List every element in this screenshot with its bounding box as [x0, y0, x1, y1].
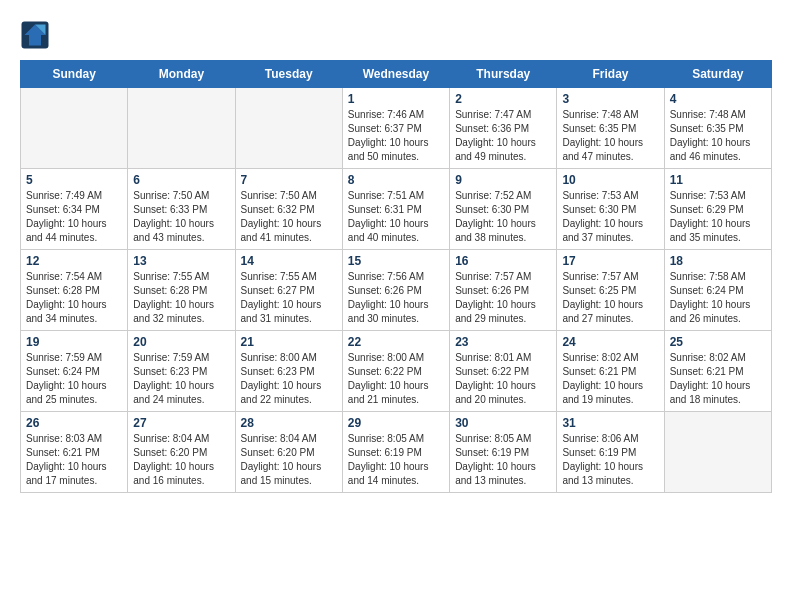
day-info: Sunrise: 8:01 AMSunset: 6:22 PMDaylight:… [455, 351, 551, 407]
day-number: 15 [348, 254, 444, 268]
day-info: Sunrise: 8:02 AMSunset: 6:21 PMDaylight:… [562, 351, 658, 407]
day-info: Sunrise: 7:59 AMSunset: 6:24 PMDaylight:… [26, 351, 122, 407]
day-number: 28 [241, 416, 337, 430]
calendar-day-cell: 25Sunrise: 8:02 AMSunset: 6:21 PMDayligh… [664, 331, 771, 412]
calendar-day-cell: 7Sunrise: 7:50 AMSunset: 6:32 PMDaylight… [235, 169, 342, 250]
calendar-day-cell [128, 88, 235, 169]
calendar-day-cell: 15Sunrise: 7:56 AMSunset: 6:26 PMDayligh… [342, 250, 449, 331]
calendar-day-cell: 5Sunrise: 7:49 AMSunset: 6:34 PMDaylight… [21, 169, 128, 250]
day-info: Sunrise: 8:05 AMSunset: 6:19 PMDaylight:… [455, 432, 551, 488]
day-info: Sunrise: 7:50 AMSunset: 6:33 PMDaylight:… [133, 189, 229, 245]
calendar-day-cell: 18Sunrise: 7:58 AMSunset: 6:24 PMDayligh… [664, 250, 771, 331]
calendar-day-cell: 21Sunrise: 8:00 AMSunset: 6:23 PMDayligh… [235, 331, 342, 412]
day-info: Sunrise: 8:00 AMSunset: 6:22 PMDaylight:… [348, 351, 444, 407]
calendar-day-cell: 22Sunrise: 8:00 AMSunset: 6:22 PMDayligh… [342, 331, 449, 412]
day-info: Sunrise: 7:46 AMSunset: 6:37 PMDaylight:… [348, 108, 444, 164]
day-number: 4 [670, 92, 766, 106]
day-number: 12 [26, 254, 122, 268]
page-header [20, 20, 772, 50]
day-info: Sunrise: 7:57 AMSunset: 6:25 PMDaylight:… [562, 270, 658, 326]
calendar-day-cell: 24Sunrise: 8:02 AMSunset: 6:21 PMDayligh… [557, 331, 664, 412]
day-info: Sunrise: 7:49 AMSunset: 6:34 PMDaylight:… [26, 189, 122, 245]
day-info: Sunrise: 8:02 AMSunset: 6:21 PMDaylight:… [670, 351, 766, 407]
calendar-day-cell: 20Sunrise: 7:59 AMSunset: 6:23 PMDayligh… [128, 331, 235, 412]
day-info: Sunrise: 7:51 AMSunset: 6:31 PMDaylight:… [348, 189, 444, 245]
calendar-day-cell: 8Sunrise: 7:51 AMSunset: 6:31 PMDaylight… [342, 169, 449, 250]
day-number: 8 [348, 173, 444, 187]
calendar-day-cell: 14Sunrise: 7:55 AMSunset: 6:27 PMDayligh… [235, 250, 342, 331]
day-number: 3 [562, 92, 658, 106]
day-number: 1 [348, 92, 444, 106]
day-of-week-header: Tuesday [235, 61, 342, 88]
calendar-day-cell: 26Sunrise: 8:03 AMSunset: 6:21 PMDayligh… [21, 412, 128, 493]
day-of-week-header: Friday [557, 61, 664, 88]
calendar-day-cell: 12Sunrise: 7:54 AMSunset: 6:28 PMDayligh… [21, 250, 128, 331]
day-info: Sunrise: 8:06 AMSunset: 6:19 PMDaylight:… [562, 432, 658, 488]
calendar-week-row: 26Sunrise: 8:03 AMSunset: 6:21 PMDayligh… [21, 412, 772, 493]
day-number: 23 [455, 335, 551, 349]
calendar-day-cell: 29Sunrise: 8:05 AMSunset: 6:19 PMDayligh… [342, 412, 449, 493]
calendar-day-cell: 6Sunrise: 7:50 AMSunset: 6:33 PMDaylight… [128, 169, 235, 250]
calendar-day-cell: 16Sunrise: 7:57 AMSunset: 6:26 PMDayligh… [450, 250, 557, 331]
day-info: Sunrise: 7:53 AMSunset: 6:30 PMDaylight:… [562, 189, 658, 245]
day-number: 30 [455, 416, 551, 430]
calendar-day-cell: 28Sunrise: 8:04 AMSunset: 6:20 PMDayligh… [235, 412, 342, 493]
day-number: 5 [26, 173, 122, 187]
calendar-day-cell: 10Sunrise: 7:53 AMSunset: 6:30 PMDayligh… [557, 169, 664, 250]
day-info: Sunrise: 7:59 AMSunset: 6:23 PMDaylight:… [133, 351, 229, 407]
day-number: 2 [455, 92, 551, 106]
day-info: Sunrise: 7:55 AMSunset: 6:28 PMDaylight:… [133, 270, 229, 326]
day-number: 29 [348, 416, 444, 430]
day-number: 22 [348, 335, 444, 349]
day-info: Sunrise: 7:48 AMSunset: 6:35 PMDaylight:… [562, 108, 658, 164]
day-info: Sunrise: 7:48 AMSunset: 6:35 PMDaylight:… [670, 108, 766, 164]
day-info: Sunrise: 8:04 AMSunset: 6:20 PMDaylight:… [133, 432, 229, 488]
day-info: Sunrise: 7:58 AMSunset: 6:24 PMDaylight:… [670, 270, 766, 326]
day-number: 24 [562, 335, 658, 349]
calendar-day-cell: 27Sunrise: 8:04 AMSunset: 6:20 PMDayligh… [128, 412, 235, 493]
calendar-week-row: 19Sunrise: 7:59 AMSunset: 6:24 PMDayligh… [21, 331, 772, 412]
day-info: Sunrise: 7:50 AMSunset: 6:32 PMDaylight:… [241, 189, 337, 245]
calendar-day-cell: 1Sunrise: 7:46 AMSunset: 6:37 PMDaylight… [342, 88, 449, 169]
day-of-week-header: Wednesday [342, 61, 449, 88]
day-of-week-header: Sunday [21, 61, 128, 88]
calendar-day-cell [21, 88, 128, 169]
calendar-week-row: 5Sunrise: 7:49 AMSunset: 6:34 PMDaylight… [21, 169, 772, 250]
day-number: 25 [670, 335, 766, 349]
day-info: Sunrise: 7:52 AMSunset: 6:30 PMDaylight:… [455, 189, 551, 245]
day-number: 10 [562, 173, 658, 187]
day-number: 17 [562, 254, 658, 268]
logo [20, 20, 56, 50]
calendar-week-row: 1Sunrise: 7:46 AMSunset: 6:37 PMDaylight… [21, 88, 772, 169]
calendar-day-cell: 13Sunrise: 7:55 AMSunset: 6:28 PMDayligh… [128, 250, 235, 331]
logo-icon [20, 20, 50, 50]
day-number: 21 [241, 335, 337, 349]
day-info: Sunrise: 8:03 AMSunset: 6:21 PMDaylight:… [26, 432, 122, 488]
calendar-day-cell: 19Sunrise: 7:59 AMSunset: 6:24 PMDayligh… [21, 331, 128, 412]
day-info: Sunrise: 8:00 AMSunset: 6:23 PMDaylight:… [241, 351, 337, 407]
day-number: 11 [670, 173, 766, 187]
calendar-day-cell [235, 88, 342, 169]
day-info: Sunrise: 7:47 AMSunset: 6:36 PMDaylight:… [455, 108, 551, 164]
calendar-week-row: 12Sunrise: 7:54 AMSunset: 6:28 PMDayligh… [21, 250, 772, 331]
calendar-day-cell: 31Sunrise: 8:06 AMSunset: 6:19 PMDayligh… [557, 412, 664, 493]
day-info: Sunrise: 7:54 AMSunset: 6:28 PMDaylight:… [26, 270, 122, 326]
day-number: 20 [133, 335, 229, 349]
day-info: Sunrise: 8:04 AMSunset: 6:20 PMDaylight:… [241, 432, 337, 488]
calendar-day-cell: 30Sunrise: 8:05 AMSunset: 6:19 PMDayligh… [450, 412, 557, 493]
calendar-day-cell: 11Sunrise: 7:53 AMSunset: 6:29 PMDayligh… [664, 169, 771, 250]
calendar-day-cell: 17Sunrise: 7:57 AMSunset: 6:25 PMDayligh… [557, 250, 664, 331]
calendar-day-cell: 2Sunrise: 7:47 AMSunset: 6:36 PMDaylight… [450, 88, 557, 169]
calendar-day-cell [664, 412, 771, 493]
day-of-week-header: Monday [128, 61, 235, 88]
day-number: 18 [670, 254, 766, 268]
calendar-day-cell: 9Sunrise: 7:52 AMSunset: 6:30 PMDaylight… [450, 169, 557, 250]
day-number: 31 [562, 416, 658, 430]
day-info: Sunrise: 7:53 AMSunset: 6:29 PMDaylight:… [670, 189, 766, 245]
day-of-week-header: Saturday [664, 61, 771, 88]
day-info: Sunrise: 7:55 AMSunset: 6:27 PMDaylight:… [241, 270, 337, 326]
day-number: 26 [26, 416, 122, 430]
day-info: Sunrise: 7:56 AMSunset: 6:26 PMDaylight:… [348, 270, 444, 326]
day-number: 13 [133, 254, 229, 268]
day-info: Sunrise: 8:05 AMSunset: 6:19 PMDaylight:… [348, 432, 444, 488]
